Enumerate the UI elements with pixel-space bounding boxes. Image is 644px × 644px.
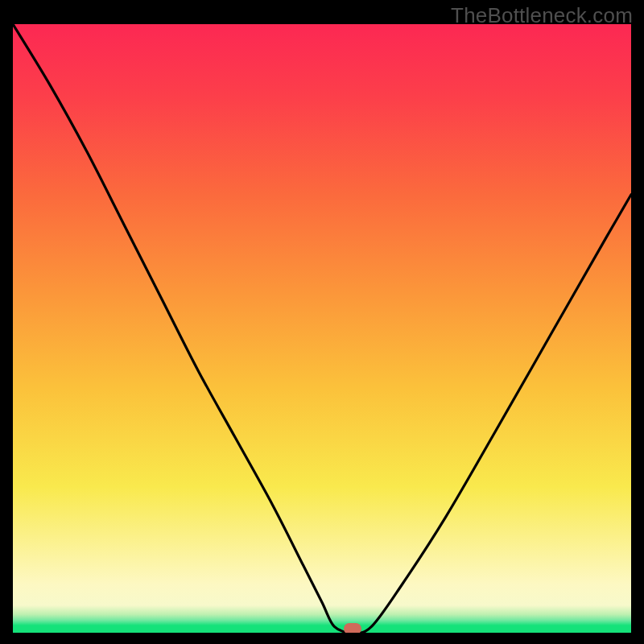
bottleneck-curve bbox=[13, 24, 631, 633]
optimal-marker bbox=[344, 623, 361, 633]
plot-area bbox=[13, 24, 631, 633]
watermark-text: TheBottleneck.com bbox=[451, 3, 633, 28]
chart-frame: TheBottleneck.com bbox=[0, 0, 644, 644]
